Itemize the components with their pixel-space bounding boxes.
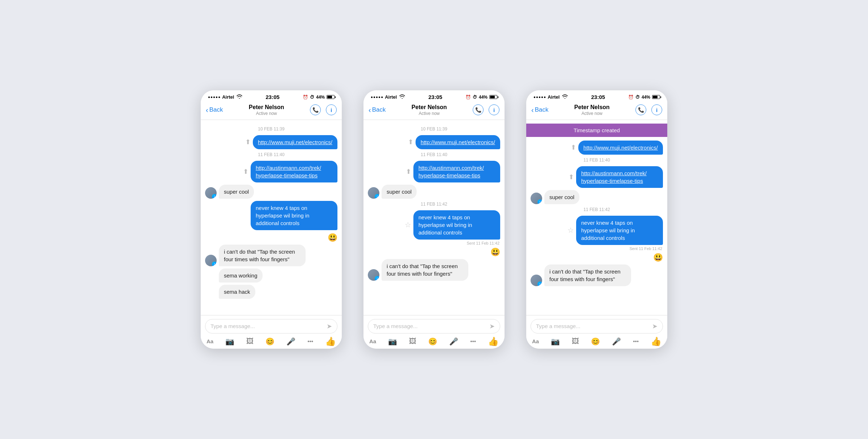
time-label: 23:05 bbox=[591, 94, 605, 100]
gallery-icon[interactable]: 🖼 bbox=[409, 337, 416, 345]
outgoing-message-bubble[interactable]: http://austinmann.com/trek/ hyperlapse-t… bbox=[576, 166, 663, 188]
reaction-emoji: 😃 bbox=[653, 253, 663, 262]
nav-bar: ‹ Back Peter Nelson Active now 📞 i bbox=[363, 102, 505, 120]
messenger-badge: ƒ bbox=[537, 281, 542, 286]
contact-name: Peter Nelson bbox=[223, 104, 310, 111]
message-input-field[interactable]: Type a message... ➤ bbox=[205, 319, 337, 333]
camera-icon[interactable]: 📷 bbox=[225, 337, 234, 346]
signal-dots: ●●●●● bbox=[533, 95, 546, 99]
back-label[interactable]: Back bbox=[372, 106, 386, 113]
message-row: ☆ never knew 4 taps on hyperlapse wil br… bbox=[531, 216, 663, 245]
share-icon[interactable]: ⬆ bbox=[406, 168, 411, 176]
status-bar: ●●●●● Airtel 23:05 ⏰ ⏱ 44% bbox=[363, 90, 505, 102]
incoming-message-bubble: i can't do that "Tap the screen four tim… bbox=[219, 245, 306, 266]
sent-label: Sent 11 Feb 11:42 bbox=[531, 246, 663, 251]
emoji-icon[interactable]: 😊 bbox=[265, 337, 275, 346]
outgoing-message-bubble[interactable]: http://austinmann.com/trek/ hyperlapse-t… bbox=[251, 161, 337, 182]
share-icon[interactable]: ⬆ bbox=[243, 168, 248, 176]
outgoing-message-bubble[interactable]: http://www.muji.net/electronics/ bbox=[578, 141, 663, 155]
outgoing-message-bubble[interactable]: never knew 4 taps on hyperlapse wil brin… bbox=[576, 216, 663, 245]
like-button[interactable]: 👍 bbox=[488, 336, 499, 347]
outgoing-message-bubble[interactable]: never knew 4 taps on hyperlapse wil brin… bbox=[413, 210, 500, 240]
gallery-icon[interactable]: 🖼 bbox=[572, 337, 579, 345]
message-row: ƒ super cool bbox=[531, 190, 663, 204]
call-button[interactable]: 📞 bbox=[635, 104, 646, 115]
avatar: ƒ bbox=[368, 187, 379, 199]
back-label[interactable]: Back bbox=[535, 106, 549, 113]
back-label[interactable]: Back bbox=[209, 106, 223, 113]
status-left: ●●●●● Airtel bbox=[371, 94, 405, 100]
mic-icon[interactable]: 🎤 bbox=[612, 337, 621, 346]
outgoing-message-bubble[interactable]: never knew 4 taps on hyperlapse wil brin… bbox=[251, 201, 337, 230]
status-right: ⏰ ⏱ 44% bbox=[628, 95, 660, 100]
mic-icon[interactable]: 🎤 bbox=[286, 337, 295, 346]
clock-icon: ⏱ bbox=[310, 95, 314, 100]
carrier-label: Airtel bbox=[385, 94, 397, 100]
back-button[interactable]: ‹ Back bbox=[206, 106, 223, 113]
battery-pct-label: 44% bbox=[642, 95, 650, 100]
emoji-icon[interactable]: 😊 bbox=[428, 337, 437, 346]
message-row: never knew 4 taps on hyperlapse wil brin… bbox=[205, 201, 337, 230]
incoming-message-bubble: sema working bbox=[219, 268, 263, 283]
phone-icon: 📞 bbox=[475, 107, 481, 113]
message-row: ⬆ http://austinmann.com/trek/ hyperlapse… bbox=[368, 161, 500, 182]
status-right: ⏰ ⏱ 44% bbox=[465, 95, 497, 100]
mic-icon[interactable]: 🎤 bbox=[449, 337, 458, 346]
messages-area: 10 FEB 11:39 ⬆ http://www.muji.net/elect… bbox=[201, 120, 342, 315]
font-size-button[interactable]: Aa bbox=[369, 338, 376, 344]
message-timestamp: 11 FEB 11:42 bbox=[368, 202, 500, 207]
share-icon[interactable]: ⬆ bbox=[571, 143, 576, 151]
reaction-emoji: 😃 bbox=[328, 233, 337, 242]
message-input-field[interactable]: Type a message... ➤ bbox=[531, 319, 663, 333]
nav-center: Peter Nelson Active now bbox=[386, 104, 473, 116]
send-icon[interactable]: ➤ bbox=[327, 322, 332, 330]
message-input-field[interactable]: Type a message... ➤ bbox=[368, 319, 500, 333]
outgoing-message-bubble[interactable]: http://www.muji.net/electronics/ bbox=[416, 135, 500, 149]
call-button[interactable]: 📞 bbox=[310, 104, 321, 115]
send-icon[interactable]: ➤ bbox=[652, 322, 658, 330]
wifi-icon bbox=[399, 94, 405, 100]
nav-center: Peter Nelson Active now bbox=[223, 104, 310, 116]
nav-icons: 📞 i bbox=[635, 104, 662, 115]
share-icon[interactable]: ⬆ bbox=[408, 138, 413, 146]
back-button[interactable]: ‹ Back bbox=[369, 106, 386, 113]
camera-icon[interactable]: 📷 bbox=[551, 337, 560, 346]
avatar: ƒ bbox=[531, 193, 542, 204]
nav-bar: ‹ Back Peter Nelson Active now 📞 i bbox=[526, 102, 667, 120]
camera-icon[interactable]: 📷 bbox=[388, 337, 397, 346]
info-icon: i bbox=[493, 107, 495, 113]
messenger-badge: ƒ bbox=[212, 194, 217, 199]
signal-dots: ●●●●● bbox=[208, 95, 221, 99]
signal-dots: ●●●●● bbox=[371, 95, 383, 99]
like-button[interactable]: 👍 bbox=[325, 336, 336, 347]
timestamp-banner: Timestamp created bbox=[526, 124, 667, 137]
outgoing-message-bubble[interactable]: http://austinmann.com/trek/ hyperlapse-t… bbox=[413, 161, 500, 182]
input-bar: Type a message... ➤ Aa 📷 🖼 😊 🎤 ••• 👍 bbox=[363, 315, 505, 349]
back-button[interactable]: ‹ Back bbox=[531, 106, 548, 113]
send-icon[interactable]: ➤ bbox=[489, 322, 495, 330]
outgoing-message-bubble[interactable]: http://www.muji.net/electronics/ bbox=[253, 135, 337, 149]
share-icon[interactable]: ⬆ bbox=[569, 173, 574, 181]
font-size-button[interactable]: Aa bbox=[207, 338, 213, 344]
incoming-message-bubble: super cool bbox=[219, 185, 254, 199]
call-button[interactable]: 📞 bbox=[473, 104, 484, 115]
phone-icon: 📞 bbox=[638, 107, 644, 113]
info-button[interactable]: i bbox=[489, 104, 499, 115]
info-button[interactable]: i bbox=[326, 104, 337, 115]
emoji-icon[interactable]: 😊 bbox=[591, 337, 600, 346]
more-options-icon[interactable]: ••• bbox=[470, 338, 476, 344]
more-options-icon[interactable]: ••• bbox=[633, 338, 639, 344]
like-button[interactable]: 👍 bbox=[651, 336, 661, 347]
message-row: sema working bbox=[205, 268, 337, 283]
wifi-icon bbox=[562, 94, 568, 100]
font-size-button[interactable]: Aa bbox=[532, 338, 539, 344]
share-icon[interactable]: ⬆ bbox=[245, 138, 251, 146]
battery-icon bbox=[327, 95, 335, 99]
message-row: ⬆ http://www.muji.net/electronics/ bbox=[531, 141, 663, 155]
info-button[interactable]: i bbox=[651, 104, 662, 115]
more-options-icon[interactable]: ••• bbox=[307, 338, 313, 344]
gallery-icon[interactable]: 🖼 bbox=[246, 337, 254, 345]
star-icon[interactable]: ☆ bbox=[405, 220, 411, 229]
message-row: ƒ super cool bbox=[205, 185, 337, 199]
star-icon[interactable]: ☆ bbox=[567, 226, 574, 234]
